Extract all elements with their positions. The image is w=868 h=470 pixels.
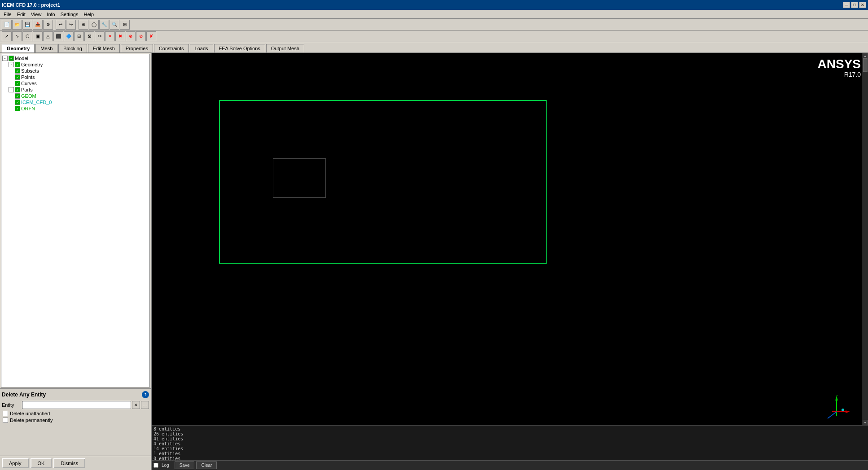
tree-label-curves: Curves: [21, 81, 37, 86]
tree-label-parts: Parts: [21, 87, 33, 92]
log-save-button[interactable]: Save: [175, 461, 195, 469]
check-geom[interactable]: [15, 93, 20, 99]
toolbar-open[interactable]: 📂: [12, 20, 22, 30]
entity-clear-btn[interactable]: ✕: [132, 401, 140, 409]
tree-item-geom[interactable]: GEOM: [2, 93, 149, 99]
toolbar-btn3[interactable]: ⊕: [79, 20, 88, 30]
help-icon[interactable]: ?: [142, 391, 149, 398]
tree-item-parts[interactable]: - Parts: [2, 87, 149, 93]
tab-editmesh[interactable]: Edit Mesh: [88, 44, 120, 52]
geo-tool-3[interactable]: ⬡: [22, 31, 32, 41]
toolbar-btn4[interactable]: ◯: [89, 20, 99, 30]
toolbar-btn5[interactable]: 🔧: [99, 20, 109, 30]
check-curves[interactable]: [15, 81, 20, 86]
tree-label-subsets: Subsets: [21, 68, 39, 74]
apply-button[interactable]: Apply: [2, 458, 29, 468]
geo-tool-4[interactable]: ▣: [33, 31, 43, 41]
log-line-1: 8 entities: [153, 426, 866, 431]
viewport[interactable]: ANSYS R17.0 Y 8 entities 26 entiti: [152, 53, 868, 470]
geo-tool-x1[interactable]: ✕: [105, 31, 115, 41]
tree-item-points[interactable]: Points: [2, 74, 149, 80]
tree-item-curves[interactable]: Curves: [2, 80, 149, 87]
toolbar-redo[interactable]: ↪: [66, 20, 76, 30]
entity-more-btn[interactable]: …: [141, 401, 149, 409]
ansys-logo: ANSYS R17.0: [818, 57, 861, 78]
tab-constraints[interactable]: Constraints: [154, 44, 189, 52]
geo-tool-2[interactable]: ∿: [12, 31, 22, 41]
scroll-thumb[interactable]: [863, 58, 868, 72]
geo-tool-7[interactable]: 🔷: [64, 31, 74, 41]
close-button[interactable]: ✕: [859, 2, 866, 8]
tree-item-model[interactable]: - Model: [2, 55, 149, 61]
window-controls: ─ □ ✕: [843, 2, 866, 8]
log-line-2: 26 entities: [153, 431, 866, 436]
tree-item-icemcfd[interactable]: ICEM_CFD_0: [2, 99, 149, 105]
tab-geometry[interactable]: Geometry: [2, 44, 35, 52]
delete-unattached-checkbox[interactable]: [3, 411, 8, 416]
ok-button[interactable]: OK: [31, 458, 52, 468]
tree-label-points: Points: [21, 74, 35, 80]
tab-properties[interactable]: Properties: [121, 44, 153, 52]
geo-tool-5[interactable]: ◬: [43, 31, 53, 41]
entity-input[interactable]: [22, 401, 131, 409]
scroll-up-arrow[interactable]: ▲: [863, 53, 868, 58]
menu-settings[interactable]: Settings: [58, 11, 81, 18]
geo-tool-6[interactable]: ⬛: [53, 31, 63, 41]
geo-tool-x4[interactable]: ⊘: [136, 31, 146, 41]
log-clear-button[interactable]: Clear: [196, 461, 217, 469]
geo-tool-x2[interactable]: ✖: [115, 31, 125, 41]
log-content[interactable]: 8 entities 26 entities 41 entities 4 ent…: [152, 426, 868, 460]
menu-bar: File Edit View Info Settings Help: [0, 10, 868, 19]
tab-feasolve[interactable]: FEA Solve Options: [214, 44, 265, 52]
log-checkbox[interactable]: [153, 463, 158, 468]
tree-label-model: Model: [15, 56, 28, 61]
tree-expand-parts[interactable]: -: [9, 87, 14, 92]
delete-panel: Delete Any Entity ? Entity ✕ … Delete un…: [0, 388, 151, 456]
check-orfn[interactable]: [15, 106, 20, 111]
tab-loads[interactable]: Loads: [190, 44, 213, 52]
menu-help[interactable]: Help: [81, 11, 96, 18]
toolbar-undo[interactable]: ↩: [56, 20, 66, 30]
scroll-track[interactable]: [863, 58, 868, 420]
geo-tool-x5[interactable]: ✘: [146, 31, 156, 41]
geo-tool-1[interactable]: ↗: [2, 31, 12, 41]
toolbar-settings[interactable]: ⚙: [43, 20, 53, 30]
right-scrollbar[interactable]: ▲ ▼: [862, 53, 868, 425]
check-model[interactable]: [9, 56, 14, 61]
toolbar-btn6[interactable]: 🔍: [110, 20, 119, 30]
toolbar-import[interactable]: 📥: [33, 20, 43, 30]
menu-edit[interactable]: Edit: [14, 11, 28, 18]
toolbar-new[interactable]: 📄: [2, 20, 12, 30]
tree-expand-model[interactable]: -: [2, 56, 8, 61]
geo-tool-8[interactable]: ⊟: [74, 31, 84, 41]
tree-item-subsets[interactable]: Subsets: [2, 68, 149, 74]
check-points[interactable]: [15, 74, 20, 80]
check-geometry[interactable]: [15, 62, 20, 67]
tree-expand-geometry[interactable]: -: [9, 62, 14, 67]
tree-item-orfn[interactable]: ORFN: [2, 105, 149, 112]
menu-file[interactable]: File: [1, 11, 14, 18]
log-buttons: Log Save Clear: [152, 460, 868, 470]
log-line-7: 0 entities: [153, 456, 866, 460]
minimize-button[interactable]: ─: [843, 2, 850, 8]
check-parts[interactable]: [15, 87, 20, 92]
dismiss-button[interactable]: Dismiss: [53, 458, 85, 468]
check-subsets[interactable]: [15, 68, 20, 74]
tab-outputmesh[interactable]: Output Mesh: [266, 44, 304, 52]
tab-blocking[interactable]: Blocking: [58, 44, 87, 52]
maximize-button[interactable]: □: [851, 2, 858, 8]
toolbar-save[interactable]: 💾: [22, 20, 32, 30]
geo-tool-10[interactable]: ✂: [95, 31, 105, 41]
tab-mesh[interactable]: Mesh: [35, 44, 57, 52]
menu-view[interactable]: View: [28, 11, 44, 18]
menu-info[interactable]: Info: [44, 11, 57, 18]
toolbar-btn7[interactable]: ⊞: [120, 20, 130, 30]
delete-permanently-checkbox[interactable]: [3, 418, 8, 423]
tree-item-geometry[interactable]: - Geometry: [2, 61, 149, 68]
tree-area[interactable]: - Model - Geometry Subsets Points: [1, 54, 150, 387]
log-label: Log: [162, 463, 169, 468]
geo-tool-x3[interactable]: ⊗: [126, 31, 136, 41]
scroll-down-arrow[interactable]: ▼: [863, 420, 868, 425]
geo-tool-9[interactable]: ⊠: [84, 31, 94, 41]
check-icemcfd[interactable]: [15, 100, 20, 105]
